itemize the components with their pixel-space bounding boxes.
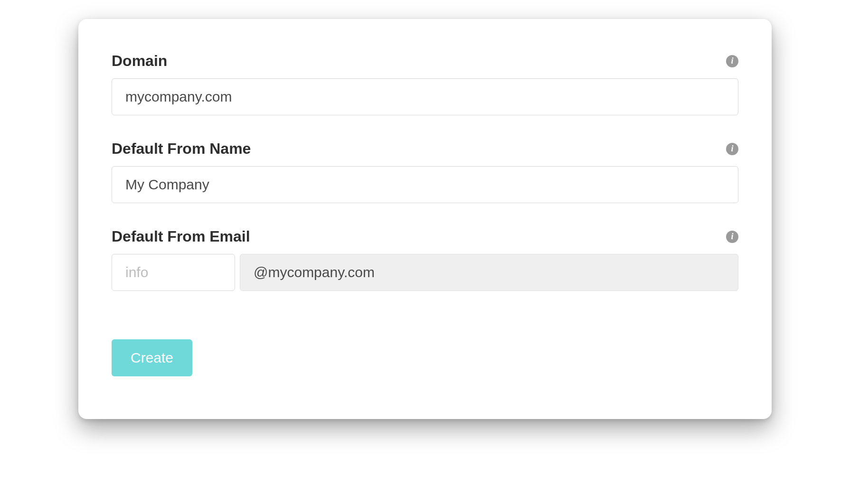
from-name-input[interactable] <box>112 166 738 203</box>
from-email-label: Default From Email <box>112 228 250 245</box>
from-email-local-input[interactable] <box>112 254 235 291</box>
domain-label-row: Domain i <box>112 52 738 70</box>
create-button[interactable]: Create <box>112 339 192 376</box>
from-name-group: Default From Name i <box>112 140 738 203</box>
from-name-label-row: Default From Name i <box>112 140 738 158</box>
info-icon[interactable]: i <box>726 231 738 243</box>
info-icon[interactable]: i <box>726 143 738 155</box>
from-name-label: Default From Name <box>112 140 251 158</box>
domain-input[interactable] <box>112 78 738 115</box>
from-email-label-row: Default From Email i <box>112 228 738 245</box>
from-email-group: Default From Email i @mycompany.com <box>112 228 738 291</box>
info-icon[interactable]: i <box>726 55 738 67</box>
from-email-domain-addon: @mycompany.com <box>240 254 738 291</box>
form-card: Domain i Default From Name i Default Fro… <box>78 19 772 419</box>
domain-group: Domain i <box>112 52 738 115</box>
from-email-input-group: @mycompany.com <box>112 254 738 291</box>
domain-label: Domain <box>112 52 167 70</box>
